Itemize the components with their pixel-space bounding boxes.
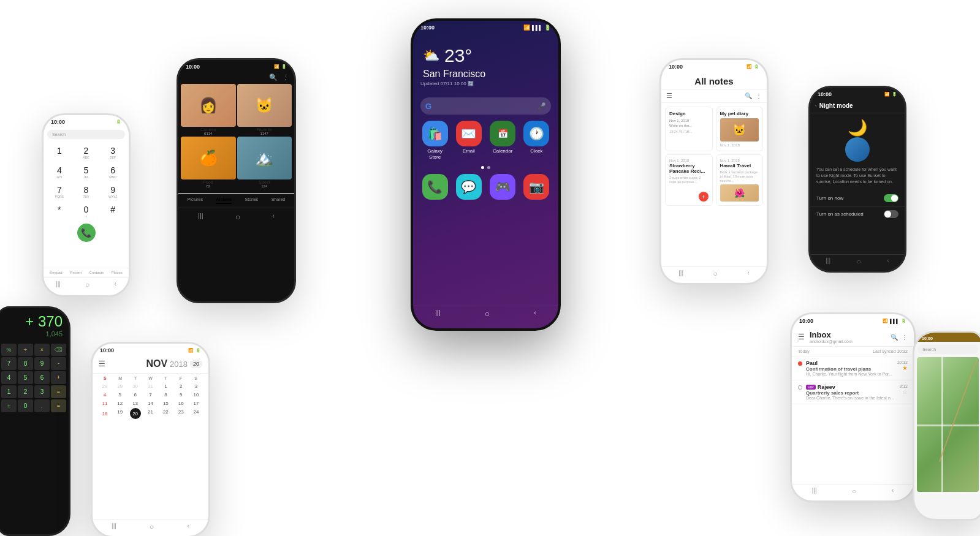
notes-search-icon[interactable]: 🔍 xyxy=(745,92,752,99)
cal-day-24[interactable]: 24 xyxy=(189,408,203,419)
dial-key-9[interactable]: 9WXYZ xyxy=(101,183,125,200)
email-item-paul[interactable]: Paul Confirmation of travel plans Hi, Ch… xyxy=(792,357,914,380)
calc-key-3[interactable]: 3 xyxy=(34,385,50,398)
tab-recent[interactable]: Recent xyxy=(70,271,82,274)
notes-more-icon[interactable]: ⋮ xyxy=(756,92,762,99)
dialer-nav-back[interactable]: ‹ xyxy=(115,281,116,289)
calc-key-percent[interactable]: % xyxy=(1,344,17,356)
toggle-scheduled[interactable] xyxy=(884,210,898,218)
dialer-nav-home[interactable]: ||| xyxy=(56,281,61,289)
dialer-nav-circle[interactable]: ○ xyxy=(85,281,89,289)
app-camera[interactable]: 📷 xyxy=(523,174,549,200)
cal-day-11[interactable]: 11 xyxy=(97,399,112,407)
dial-key-4[interactable]: 4GHI xyxy=(47,164,72,181)
rajeev-star-icon[interactable]: ☆ xyxy=(899,388,908,395)
gallery-favorite-album[interactable]: 🐱 Favorite 1147 xyxy=(237,84,292,135)
cal-day-5[interactable]: 5 xyxy=(113,391,127,399)
nightmode-back-icon[interactable]: ‹ xyxy=(815,103,817,108)
gallery-tab-albums[interactable]: Albums xyxy=(216,197,232,204)
cal-day-19[interactable]: 19 xyxy=(113,408,127,419)
note-hawaii[interactable]: Nov 1, 2018 Hawaii Travel Book a vacatio… xyxy=(716,154,764,206)
calc-key-1[interactable]: 1 xyxy=(1,385,17,398)
calc-key-dot[interactable]: . xyxy=(34,399,50,412)
note-pet-diary[interactable]: My pet diary 🐱 Nov 1, 2018 xyxy=(716,107,764,151)
email-nav-back[interactable]: ‹ xyxy=(892,487,894,496)
calc-key-5[interactable]: 5 xyxy=(18,371,33,384)
nav-circle-icon[interactable]: ○ xyxy=(485,309,490,319)
dial-key-5[interactable]: 5JKL xyxy=(74,164,99,181)
dial-key-2[interactable]: 2ABC xyxy=(74,144,99,161)
dial-key-8[interactable]: 8TUV xyxy=(74,183,99,200)
notes-nav-back[interactable]: ‹ xyxy=(747,270,749,278)
call-icon[interactable]: 📞 xyxy=(77,224,96,242)
email-item-rajeev[interactable]: VIP Rajeev Quartrerly sales report Dear … xyxy=(792,380,914,404)
calendar-menu-icon[interactable]: ☰ xyxy=(99,360,105,368)
cal-day-28[interactable]: 28 xyxy=(97,382,112,390)
email-menu-icon[interactable]: ☰ xyxy=(798,333,805,341)
nm-nav-circle[interactable]: ○ xyxy=(857,257,861,266)
dial-key-0[interactable]: 0+ xyxy=(74,203,99,220)
cal-nav-circle[interactable]: ○ xyxy=(150,523,154,531)
dial-key-6[interactable]: 6MNO xyxy=(101,164,125,181)
calc-key-2[interactable]: 2 xyxy=(18,385,33,398)
calc-key-minus[interactable]: - xyxy=(51,357,66,370)
gallery-street-album[interactable]: 🏔️ Street 124 xyxy=(237,137,292,188)
cal-day-7[interactable]: 7 xyxy=(143,391,158,399)
email-search-icon[interactable]: 🔍 xyxy=(891,334,898,341)
nav-home-icon[interactable]: ||| xyxy=(435,309,441,319)
calc-key-9[interactable]: 9 xyxy=(34,357,50,370)
nm-nav-home[interactable]: ||| xyxy=(826,257,830,266)
app-games[interactable]: 🎮 xyxy=(490,174,515,200)
dialer-search[interactable]: Search xyxy=(47,130,125,139)
calc-key-plusminus[interactable]: ± xyxy=(1,399,17,412)
cal-day-6[interactable]: 6 xyxy=(128,391,143,399)
cal-nav-back[interactable]: ‹ xyxy=(188,523,189,531)
toggle-on-now[interactable] xyxy=(884,194,898,202)
calc-key-4[interactable]: 4 xyxy=(1,371,17,384)
cal-day-3[interactable]: 3 xyxy=(189,382,203,390)
cal-day-4[interactable]: 4 xyxy=(97,391,112,399)
notes-nav-home[interactable]: ||| xyxy=(678,270,683,278)
calc-key-equals-2[interactable]: = xyxy=(51,399,66,412)
paul-star-icon[interactable]: ★ xyxy=(897,364,908,371)
cal-day-9[interactable]: 9 xyxy=(173,391,188,399)
cal-day-8[interactable]: 8 xyxy=(158,391,173,399)
cal-day-31[interactable]: 31 xyxy=(143,382,158,390)
calc-key-div[interactable]: ÷ xyxy=(18,344,33,356)
cal-day-16[interactable]: 16 xyxy=(173,399,188,407)
gallery-nav-circle[interactable]: ○ xyxy=(235,212,240,222)
search-bar[interactable]: G 🎤 xyxy=(420,97,551,115)
cal-day-23[interactable]: 23 xyxy=(173,408,188,419)
cal-day-21[interactable]: 21 xyxy=(143,408,158,419)
tab-places[interactable]: Places xyxy=(112,271,123,274)
cal-day-13[interactable]: 13 xyxy=(128,399,143,407)
calc-key-6[interactable]: 6 xyxy=(34,371,50,384)
note-add-button[interactable]: + xyxy=(699,192,708,202)
email-nav-home[interactable]: ||| xyxy=(812,487,817,496)
app-email[interactable]: ✉️ Email xyxy=(456,121,482,160)
cal-day-30[interactable]: 30 xyxy=(128,382,143,390)
gallery-tab-pictures[interactable]: Pictures xyxy=(188,197,203,204)
app-messages[interactable]: 💬 xyxy=(456,174,482,200)
dial-key-3[interactable]: 3DEF xyxy=(101,144,125,161)
gallery-nav-home[interactable]: ||| xyxy=(198,212,203,222)
dial-key-1[interactable]: 1 xyxy=(47,144,72,161)
cal-day-22[interactable]: 22 xyxy=(158,408,173,419)
calc-key-mul[interactable]: × xyxy=(34,344,50,356)
notes-nav-circle[interactable]: ○ xyxy=(713,270,718,278)
cal-day-15[interactable]: 15 xyxy=(158,399,173,407)
calc-key-8[interactable]: 8 xyxy=(18,357,33,370)
gallery-tab-stories[interactable]: Stories xyxy=(245,197,258,204)
nm-nav-back[interactable]: ‹ xyxy=(887,257,889,266)
cal-day-20-today[interactable]: 20 xyxy=(130,408,141,419)
cal-day-2[interactable]: 2 xyxy=(173,382,188,390)
note-design[interactable]: Design Nov 1, 2018Write on the... 13:24 … xyxy=(665,107,713,151)
cal-day-17[interactable]: 17 xyxy=(189,399,203,407)
note-strawberry[interactable]: Nov 1, 2018 Strawberry Pancake Reci... 2… xyxy=(665,154,713,206)
calc-key-del[interactable]: ⌫ xyxy=(51,344,66,356)
app-clock[interactable]: 🕐 Clock xyxy=(523,121,549,160)
cal-nav-home[interactable]: ||| xyxy=(112,523,116,531)
gallery-search-icon[interactable]: 🔍 xyxy=(269,74,278,81)
dial-call-button[interactable]: 📞 xyxy=(47,224,125,242)
dial-key-star[interactable]: * xyxy=(47,203,72,220)
